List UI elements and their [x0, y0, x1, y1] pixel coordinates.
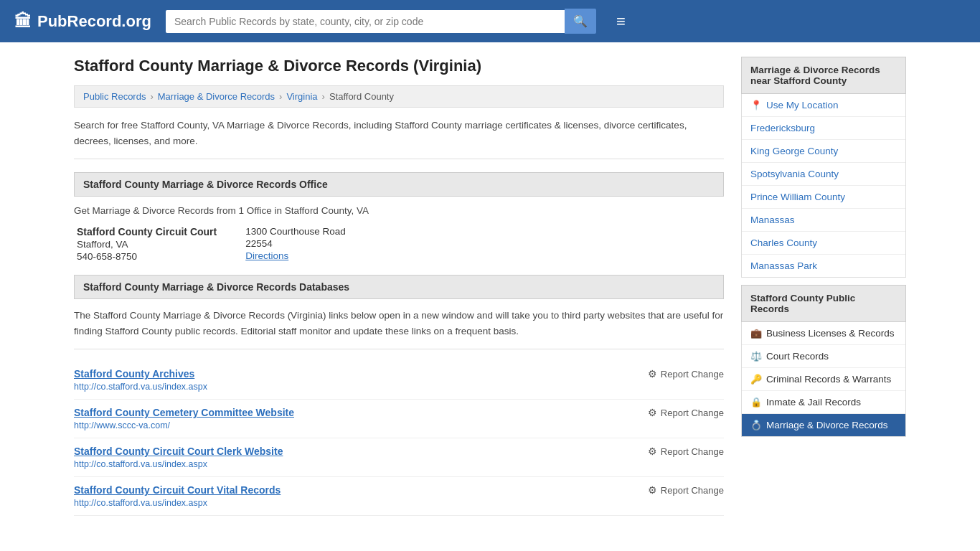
- content-area: Stafford County Marriage & Divorce Recor…: [74, 57, 724, 516]
- record-type-icon: 🔒: [750, 397, 762, 408]
- db-entry-title[interactable]: Stafford County Circuit Court Clerk Webs…: [74, 446, 283, 457]
- site-logo[interactable]: 🏛 PubRecord.org: [14, 11, 151, 32]
- report-change-icon: ⚙: [648, 446, 657, 457]
- breadcrumb: Public Records › Marriage & Divorce Reco…: [74, 85, 724, 108]
- page-title: Stafford County Marriage & Divorce Recor…: [74, 57, 724, 75]
- public-records-header: Stafford County Public Records: [741, 285, 906, 322]
- nearby-item[interactable]: Spotsylvania County: [742, 163, 905, 186]
- database-entry: Stafford County Archives http://co.staff…: [74, 361, 724, 400]
- public-record-label: Marriage & Divorce Records: [766, 420, 888, 430]
- office-name: Stafford County Circuit Court: [77, 226, 217, 237]
- nearby-item-link[interactable]: Charles County: [750, 237, 817, 248]
- report-change-label: Report Change: [661, 369, 724, 380]
- public-record-label: Court Records: [766, 351, 829, 362]
- db-entry-title[interactable]: Stafford County Cemetery Committee Websi…: [74, 407, 294, 418]
- nearby-item-link[interactable]: Manassas: [750, 215, 795, 225]
- nearby-item-link[interactable]: Spotsylvania County: [750, 169, 839, 179]
- report-change-icon: ⚙: [648, 368, 657, 380]
- breadcrumb-public-records[interactable]: Public Records: [83, 91, 146, 102]
- public-records-section: Stafford County Public Records 💼Business…: [741, 285, 906, 437]
- public-record-item[interactable]: 🔑Criminal Records & Warrants: [742, 368, 905, 391]
- menu-button[interactable]: ≡: [616, 12, 626, 31]
- office-zip: 22554: [245, 238, 346, 249]
- nearby-item[interactable]: Manassas: [742, 209, 905, 232]
- db-entry-left: Stafford County Circuit Court Vital Reco…: [74, 484, 281, 508]
- db-entry-left: Stafford County Circuit Court Clerk Webs…: [74, 446, 283, 469]
- office-section-header: Stafford County Marriage & Divorce Recor…: [74, 172, 724, 197]
- report-change-button[interactable]: ⚙ Report Change: [648, 407, 724, 418]
- record-type-icon: 🔑: [750, 374, 762, 385]
- public-record-label: Criminal Records & Warrants: [766, 374, 891, 385]
- db-entry-title[interactable]: Stafford County Archives: [74, 368, 207, 380]
- db-entry-url[interactable]: http://co.stafford.va.us/index.aspx: [74, 382, 207, 392]
- page-description: Search for free Stafford County, VA Marr…: [74, 118, 724, 159]
- public-record-item[interactable]: 💍Marriage & Divorce Records: [742, 414, 905, 436]
- office-address: 1300 Courthouse Road: [245, 226, 346, 237]
- db-entry-title[interactable]: Stafford County Circuit Court Vital Reco…: [74, 484, 281, 496]
- public-record-item[interactable]: 💼Business Licenses & Records: [742, 322, 905, 345]
- search-input[interactable]: [166, 10, 565, 33]
- public-record-item[interactable]: 🔒Inmate & Jail Records: [742, 391, 905, 414]
- report-change-button[interactable]: ⚙ Report Change: [648, 368, 724, 380]
- nearby-item[interactable]: Charles County: [742, 232, 905, 255]
- db-entry-left: Stafford County Archives http://co.staff…: [74, 368, 207, 392]
- nearby-list: 📍Use My LocationFredericksburgKing Georg…: [741, 94, 906, 278]
- search-button[interactable]: 🔍: [565, 9, 596, 34]
- main-container: Stafford County Marriage & Divorce Recor…: [60, 42, 920, 516]
- record-type-icon: ⚖️: [750, 351, 762, 362]
- office-left: Stafford County Circuit Court Stafford, …: [77, 226, 217, 262]
- office-city: Stafford, VA: [77, 239, 217, 250]
- database-entry: Stafford County Cemetery Committee Websi…: [74, 400, 724, 438]
- nearby-item-link[interactable]: King George County: [750, 146, 838, 156]
- nearby-item[interactable]: King George County: [742, 140, 905, 163]
- report-change-label: Report Change: [661, 408, 724, 418]
- database-entry: Stafford County Circuit Court Vital Reco…: [74, 477, 724, 516]
- nearby-item-link[interactable]: Manassas Park: [750, 260, 817, 271]
- directions-link[interactable]: Directions: [245, 250, 288, 261]
- report-change-button[interactable]: ⚙ Report Change: [648, 484, 724, 496]
- office-block: Stafford County Circuit Court Stafford, …: [74, 226, 724, 262]
- public-record-label: Business Licenses & Records: [766, 328, 895, 339]
- logo-text: PubRecord.org: [37, 12, 151, 31]
- office-right: 1300 Courthouse Road 22554 Directions: [245, 226, 346, 262]
- breadcrumb-current: Stafford County: [329, 91, 394, 102]
- search-bar: 🔍: [166, 9, 596, 34]
- nearby-item-link[interactable]: Prince William County: [750, 192, 845, 202]
- site-header: 🏛 PubRecord.org 🔍 ≡: [0, 0, 980, 42]
- report-change-icon: ⚙: [648, 407, 657, 418]
- db-entry-url[interactable]: http://co.stafford.va.us/index.aspx: [74, 459, 283, 469]
- report-change-icon: ⚙: [648, 484, 657, 496]
- breadcrumb-virginia[interactable]: Virginia: [286, 91, 317, 102]
- public-record-label: Inmate & Jail Records: [766, 397, 861, 408]
- database-entry: Stafford County Circuit Court Clerk Webs…: [74, 438, 724, 477]
- nearby-section: Marriage & Divorce Records near Stafford…: [741, 57, 906, 278]
- nearby-header: Marriage & Divorce Records near Stafford…: [741, 57, 906, 94]
- record-type-icon: 💼: [750, 328, 762, 339]
- nearby-item[interactable]: Manassas Park: [742, 255, 905, 277]
- nearby-item[interactable]: 📍Use My Location: [742, 94, 905, 117]
- db-entry-left: Stafford County Cemetery Committee Websi…: [74, 407, 294, 430]
- office-phone: 540-658-8750: [77, 251, 217, 262]
- databases-section-header: Stafford County Marriage & Divorce Recor…: [74, 275, 724, 299]
- nearby-item[interactable]: Prince William County: [742, 186, 905, 209]
- db-entry-url[interactable]: http://co.stafford.va.us/index.aspx: [74, 498, 281, 508]
- report-change-button[interactable]: ⚙ Report Change: [648, 446, 724, 457]
- public-records-list: 💼Business Licenses & Records⚖️Court Reco…: [741, 322, 906, 437]
- databases-description: The Stafford County Marriage & Divorce R…: [74, 308, 724, 349]
- logo-icon: 🏛: [14, 11, 32, 32]
- nearby-item[interactable]: Fredericksburg: [742, 117, 905, 140]
- record-type-icon: 💍: [750, 420, 762, 430]
- nearby-item-link[interactable]: Fredericksburg: [750, 123, 815, 133]
- db-entry-url[interactable]: http://www.sccc-va.com/: [74, 420, 294, 430]
- report-change-label: Report Change: [661, 446, 724, 457]
- report-change-label: Report Change: [661, 485, 724, 496]
- nearby-item-label: Use My Location: [766, 100, 839, 110]
- sidebar: Marriage & Divorce Records near Stafford…: [741, 57, 906, 516]
- breadcrumb-marriage-divorce[interactable]: Marriage & Divorce Records: [158, 91, 275, 102]
- office-count-text: Get Marriage & Divorce Records from 1 Of…: [74, 205, 724, 216]
- database-entries: Stafford County Archives http://co.staff…: [74, 361, 724, 516]
- location-icon: 📍: [750, 100, 762, 110]
- public-record-item[interactable]: ⚖️Court Records: [742, 345, 905, 368]
